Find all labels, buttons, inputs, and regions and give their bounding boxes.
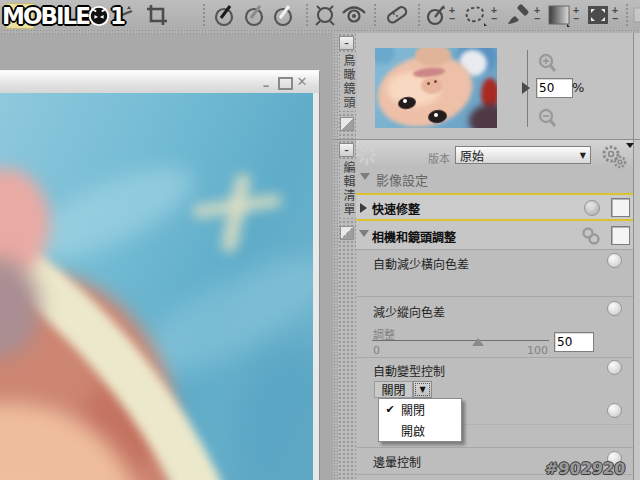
birdseye-thumbnail[interactable] xyxy=(375,48,497,128)
row-divider xyxy=(356,357,633,358)
gradient-size-buttons[interactable]: +− xyxy=(571,5,581,25)
new-version-icon xyxy=(356,144,378,170)
toolbar-separator xyxy=(306,4,309,26)
menu-item-off[interactable]: ✔ 關閉 xyxy=(379,399,461,420)
quick-fix-checkbox[interactable] xyxy=(611,198,630,217)
quick-fix-row[interactable]: 快速修整 ↺ xyxy=(356,193,633,221)
thumb-blanket xyxy=(375,48,395,64)
thumb-nostril xyxy=(434,80,437,83)
row-divider xyxy=(460,424,633,425)
vignette-label: 邊暈控制 xyxy=(373,453,421,470)
red-eye-tool-button[interactable] xyxy=(312,3,338,27)
image-window-right-edge xyxy=(313,93,320,480)
slider-min-label: 0 xyxy=(373,344,380,357)
row-indicator[interactable] xyxy=(607,403,622,418)
thumb-eye-right xyxy=(427,109,448,125)
birdseye-label-column: – 鳥瞰鏡頭 xyxy=(338,33,356,139)
close-icon: ✕ xyxy=(297,74,308,89)
ca-slider-handle[interactable] xyxy=(472,338,484,346)
black-eyedropper-icon xyxy=(212,3,236,27)
selection-brush-button[interactable] xyxy=(505,3,531,27)
check-icon: ✔ xyxy=(379,403,401,416)
minus-icon: − xyxy=(612,14,618,23)
editlist-minimize-button[interactable]: – xyxy=(339,143,354,157)
zoom-in-button[interactable] xyxy=(538,53,557,77)
row-divider xyxy=(356,447,633,448)
fill-selection-button[interactable] xyxy=(585,3,611,27)
application-window: +− +− +− +− +− MOBILE xyxy=(0,0,640,480)
ca-value-input[interactable] xyxy=(554,332,594,352)
zoom-out-icon xyxy=(538,108,557,128)
distortion-dropdown-menu: ✔ 關閉 開啟 xyxy=(378,398,462,442)
chevron-down-icon: ▼ xyxy=(580,151,586,160)
reset-sphere-icon[interactable]: ↺ xyxy=(584,200,600,216)
quick-fix-label: 快速修整 xyxy=(372,200,420,217)
minimize-icon: – xyxy=(263,78,270,93)
fill-selection-size-buttons[interactable]: +− xyxy=(610,5,620,25)
window-maximize-button[interactable] xyxy=(278,77,293,90)
white-point-eyedropper-button[interactable] xyxy=(270,3,296,27)
birdseye-title: 鳥瞰鏡頭 xyxy=(340,53,357,111)
color-control-point-button[interactable] xyxy=(423,3,449,27)
show-overlay-tool-button[interactable] xyxy=(341,3,367,27)
triangle-right-icon[interactable] xyxy=(360,203,367,213)
editlist-grip-icon[interactable] xyxy=(340,226,354,240)
toolbar-separator xyxy=(203,4,206,26)
link-chain-icon xyxy=(580,226,602,246)
panel-menu-arrow-icon[interactable] xyxy=(626,143,634,148)
version-value: 原始 xyxy=(460,147,580,164)
window-close-button[interactable]: ✕ xyxy=(294,74,310,89)
auto-retouch-brush-button[interactable] xyxy=(383,3,409,27)
logo-number: 1 xyxy=(110,3,124,29)
logo-face-icon xyxy=(88,5,110,27)
image-settings-collapse[interactable] xyxy=(360,173,370,180)
control-point-size-buttons[interactable]: +− xyxy=(447,5,457,25)
show-selection-button[interactable] xyxy=(628,3,640,27)
reduce-axial-ca-label: 減少縱向色差 xyxy=(373,303,445,320)
chevron-down-icon: ▼ xyxy=(419,385,425,394)
mobile01-watermark-logo: MOBILE 1 xyxy=(2,3,124,29)
birdseye-grip-icon[interactable] xyxy=(340,117,354,131)
image-settings-label: 影像設定 xyxy=(376,170,428,189)
thumb-nose xyxy=(421,77,443,94)
reduce-axial-ca-indicator[interactable] xyxy=(607,301,622,316)
brush-icon xyxy=(505,3,531,27)
brush-size-buttons[interactable]: +− xyxy=(532,5,542,25)
ca-slider-track[interactable] xyxy=(372,340,549,341)
crop-icon xyxy=(145,3,169,27)
selection-gradient-button[interactable] xyxy=(546,3,572,27)
settings-gears-button[interactable] xyxy=(600,144,628,174)
distortion-dropdown-text: 關閉 xyxy=(381,381,405,398)
palette-right-edge xyxy=(633,33,640,480)
zoom-out-button[interactable] xyxy=(538,108,557,132)
notepad-icon xyxy=(632,6,640,24)
auto-distortion-indicator[interactable] xyxy=(607,360,622,375)
triangle-down-icon[interactable] xyxy=(359,230,369,237)
distortion-dropdown-arrow-button[interactable]: ▼ xyxy=(413,381,432,398)
crop-tool-button[interactable] xyxy=(144,3,170,27)
birdseye-minimize-button[interactable]: – xyxy=(339,36,354,50)
auto-lateral-ca-indicator[interactable] xyxy=(607,253,622,268)
distortion-dropdown-value[interactable]: 關閉 xyxy=(374,381,413,398)
camera-lens-row[interactable]: 相機和鏡頭調整 xyxy=(356,221,633,250)
selection-point-size-buttons[interactable]: +− xyxy=(489,5,499,25)
selection-control-point-button[interactable] xyxy=(462,3,488,27)
photo-canvas[interactable] xyxy=(0,93,313,480)
window-minimize-button[interactable]: – xyxy=(258,78,274,93)
menu-item-label: 開啟 xyxy=(401,422,425,439)
photo-id-watermark: #902920 xyxy=(544,459,626,478)
version-dropdown[interactable]: 原始 ▼ xyxy=(455,146,591,164)
logo-text: MOBILE xyxy=(2,3,89,29)
editlist-label-column: – 編輯清單 xyxy=(338,140,356,480)
neutral-point-eyedropper-button[interactable] xyxy=(241,3,267,27)
menu-item-on[interactable]: 開啟 xyxy=(379,420,461,441)
zoom-percent-input[interactable] xyxy=(536,78,573,98)
camera-lens-checkbox[interactable] xyxy=(611,226,630,245)
camera-lens-label: 相機和鏡頭調整 xyxy=(372,228,456,245)
lasso-icon xyxy=(462,3,488,27)
minus-icon: − xyxy=(534,14,540,23)
row-divider xyxy=(356,296,633,297)
black-point-eyedropper-button[interactable] xyxy=(211,3,237,27)
slider-max-label: 100 xyxy=(527,344,548,357)
toolbar-separator xyxy=(418,4,421,26)
